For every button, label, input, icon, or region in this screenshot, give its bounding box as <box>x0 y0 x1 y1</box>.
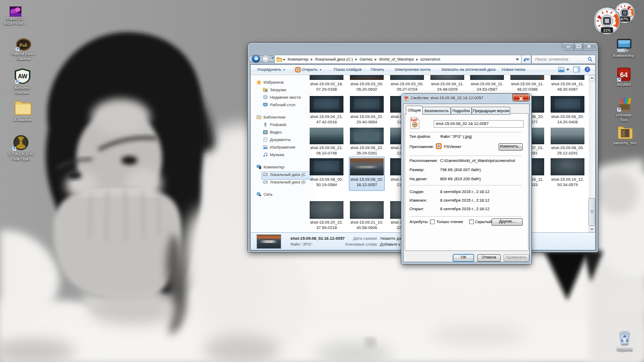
svg-text:?: ? <box>586 67 589 72</box>
svg-text:JPG: JPG <box>411 119 416 121</box>
svg-text:PoE: PoE <box>19 42 28 48</box>
svg-text:AW: AW <box>18 73 27 79</box>
svg-text:21%: 21% <box>603 28 611 32</box>
svg-text:64: 64 <box>620 71 628 79</box>
svg-text:67%: 67% <box>621 17 629 21</box>
